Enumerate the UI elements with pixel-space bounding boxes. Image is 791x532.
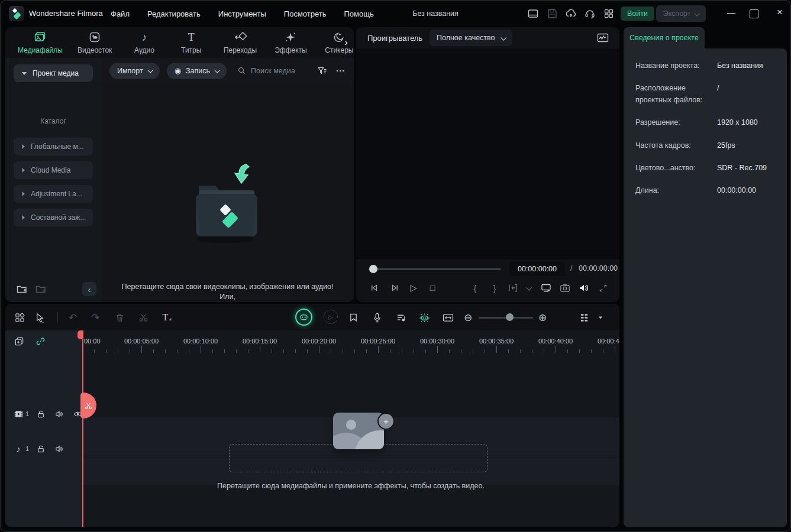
ruler-label: 00:00 bbox=[84, 338, 101, 345]
next-frame-button[interactable] bbox=[389, 283, 400, 293]
more-options-icon[interactable]: ••• bbox=[337, 68, 346, 74]
undo-icon[interactable]: ↶ bbox=[67, 312, 79, 323]
add-folder-icon[interactable] bbox=[16, 283, 28, 295]
menu-file[interactable]: Файл bbox=[111, 9, 130, 18]
audio-mute-icon[interactable] bbox=[54, 443, 64, 454]
snapshot-camera-button[interactable] bbox=[560, 283, 570, 293]
zoom-in-button[interactable]: ⊕ bbox=[537, 312, 548, 323]
import-folder-illustration[interactable] bbox=[176, 157, 277, 246]
sidebar-item-label: Adjustment La... bbox=[31, 190, 82, 198]
menu-tools[interactable]: Инструменты bbox=[218, 9, 266, 18]
current-time[interactable]: 00:00:00:00 bbox=[509, 262, 565, 276]
trim-dropdown-chevron[interactable] bbox=[523, 283, 534, 293]
search-placeholder: Поиск медиа bbox=[251, 67, 295, 75]
mark-out-button[interactable]: } bbox=[489, 283, 500, 293]
apps-grid-icon[interactable] bbox=[603, 8, 615, 20]
ruler-label: 00:00:40:00 bbox=[538, 338, 573, 345]
play-button[interactable]: ▷ bbox=[408, 283, 419, 293]
info-value: 00:00:00:00 bbox=[717, 185, 776, 196]
redo-icon[interactable]: ↷ bbox=[89, 312, 101, 323]
add-media-plus-icon[interactable]: + bbox=[377, 413, 395, 430]
layout-icon[interactable] bbox=[527, 8, 539, 20]
sidebar-item-global-media[interactable]: Глобальные м... bbox=[14, 138, 93, 155]
video-mute-icon[interactable] bbox=[54, 408, 64, 419]
tab-project-info[interactable]: Сведения о проекте bbox=[624, 27, 705, 48]
tab-stickers[interactable]: Стикеры bbox=[325, 31, 354, 54]
transitions-icon bbox=[234, 31, 247, 44]
scrubber-knob[interactable] bbox=[369, 265, 377, 273]
save-icon[interactable] bbox=[546, 8, 558, 20]
track-manager-chevron[interactable] bbox=[595, 312, 606, 323]
support-headset-icon[interactable] bbox=[584, 8, 596, 20]
fullscreen-button[interactable] bbox=[598, 283, 608, 293]
tabs-overflow-arrow[interactable]: › bbox=[344, 37, 348, 48]
smart-cut-button[interactable] bbox=[418, 312, 430, 323]
tab-transitions[interactable]: Переходы bbox=[224, 31, 257, 54]
sidebar-item-cloud-media[interactable]: Cloud Media bbox=[14, 161, 93, 179]
voiceover-mic-button[interactable] bbox=[371, 312, 383, 323]
login-button[interactable]: Войти bbox=[621, 7, 654, 21]
volume-button[interactable] bbox=[579, 283, 589, 293]
render-preview-icon[interactable] bbox=[596, 31, 609, 44]
close-button[interactable]: × bbox=[773, 7, 786, 18]
marker-button[interactable] bbox=[347, 312, 359, 323]
timeline-zoom-handle[interactable] bbox=[506, 313, 514, 321]
audio-mixer-button[interactable] bbox=[395, 312, 406, 323]
auto-ripple-link-icon[interactable] bbox=[35, 336, 46, 346]
ai-copilot-button[interactable] bbox=[295, 309, 312, 326]
sidebar-item-project-media[interactable]: Проект медиа bbox=[14, 64, 93, 82]
shortcut-grid-icon[interactable] bbox=[14, 312, 25, 323]
play-on-monitor-button[interactable] bbox=[541, 283, 551, 293]
fit-timeline-button[interactable] bbox=[442, 312, 454, 323]
scrubber-track[interactable] bbox=[369, 268, 501, 270]
tab-titles[interactable]: T Титры bbox=[177, 31, 206, 54]
delete-folder-icon[interactable] bbox=[35, 283, 47, 295]
project-info-panel: Сведения о проекте Название проекта: Без… bbox=[624, 27, 787, 527]
quality-dropdown[interactable]: Полное качество bbox=[430, 30, 512, 46]
sidebar-item-label: Глобальные м... bbox=[31, 142, 84, 151]
export-button[interactable]: Экспорт bbox=[656, 5, 706, 22]
tab-media-files[interactable]: Медиафайлы bbox=[21, 31, 60, 54]
tab-effects[interactable]: Эффекты bbox=[275, 31, 307, 54]
filter-icon[interactable] bbox=[317, 66, 327, 76]
previous-frame-button[interactable] bbox=[369, 283, 380, 293]
collapse-sidebar-button[interactable]: ‹ bbox=[82, 282, 96, 296]
delete-icon[interactable] bbox=[114, 312, 125, 323]
video-preview[interactable] bbox=[356, 48, 619, 259]
quality-value: Полное качество bbox=[437, 34, 495, 42]
trim-button[interactable] bbox=[508, 283, 518, 293]
sidebar-item-compound-clip[interactable]: Составной заж... bbox=[14, 209, 93, 226]
track-manager-button[interactable] bbox=[578, 312, 590, 323]
audio-lock-icon[interactable] bbox=[35, 443, 46, 454]
stop-button[interactable]: □ bbox=[427, 283, 438, 293]
menu-view[interactable]: Посмотреть bbox=[284, 9, 327, 18]
video-lock-icon[interactable] bbox=[35, 408, 46, 419]
tab-audio[interactable]: ♪ Аудио bbox=[130, 31, 159, 54]
mark-in-button[interactable]: { bbox=[470, 283, 480, 293]
chevron-down-icon bbox=[695, 10, 700, 16]
add-text-tool[interactable]: T bbox=[162, 312, 173, 323]
zoom-out-button[interactable]: ⊖ bbox=[462, 312, 474, 323]
stock-media-icon bbox=[88, 31, 101, 44]
media-search[interactable]: Поиск медиа bbox=[237, 66, 309, 75]
menu-edit[interactable]: Редактировать bbox=[147, 9, 201, 18]
tab-label: Аудио bbox=[134, 46, 154, 54]
sidebar-item-adjustment-layer[interactable]: Adjustment La... bbox=[14, 185, 93, 203]
effects-star-icon bbox=[284, 31, 297, 44]
import-button[interactable]: Импорт bbox=[109, 63, 160, 79]
minimize-button[interactable]: — bbox=[725, 8, 738, 17]
playhead-scissors-badge[interactable] bbox=[80, 392, 96, 419]
preview-render-button[interactable]: ▷ bbox=[324, 310, 338, 324]
ruler-label: 00:00:30:00 bbox=[420, 338, 454, 345]
track-header-column: 1 ♪ 1 bbox=[5, 330, 82, 527]
split-scissors-icon[interactable] bbox=[137, 312, 149, 323]
menu-help[interactable]: Помощь bbox=[344, 9, 374, 18]
select-cursor-icon[interactable] bbox=[34, 312, 46, 323]
maximize-button[interactable] bbox=[750, 9, 758, 18]
cloud-upload-icon[interactable] bbox=[565, 8, 577, 20]
info-value: SDR - Rec.709 bbox=[717, 163, 776, 174]
playhead-line[interactable] bbox=[82, 330, 83, 527]
record-button[interactable]: ◉ Запись bbox=[167, 63, 227, 79]
tab-stock-media[interactable]: Видеосток bbox=[78, 31, 112, 54]
add-track-icon[interactable] bbox=[14, 336, 24, 346]
